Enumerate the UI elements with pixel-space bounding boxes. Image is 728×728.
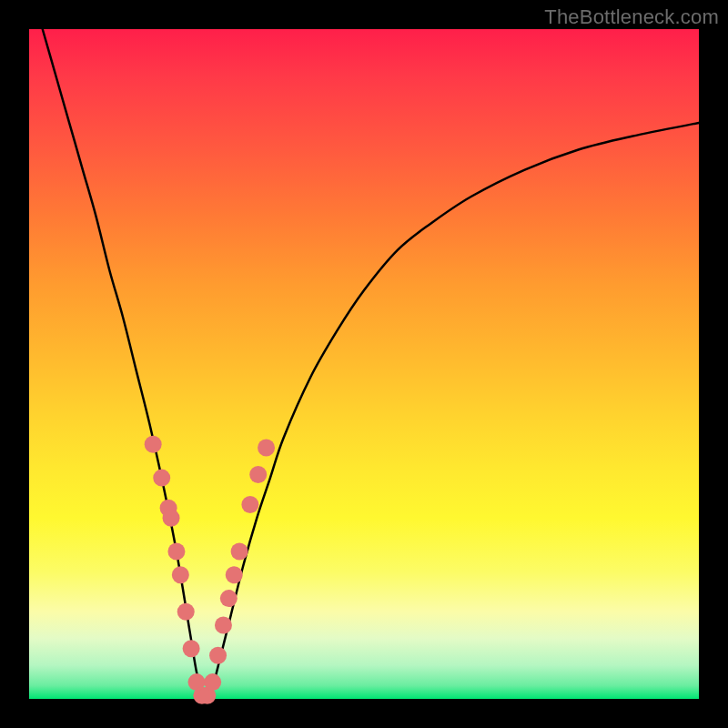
plot-area	[29, 29, 699, 699]
marker-dot	[172, 566, 189, 583]
marker-dot	[209, 647, 227, 664]
marker-dot	[220, 590, 238, 607]
marker-dot	[167, 543, 185, 561]
marker-dot	[183, 640, 200, 657]
marker-dot	[258, 440, 275, 457]
marker-dot	[231, 543, 248, 561]
bottleneck-curve	[43, 29, 699, 703]
marker-dot	[204, 673, 221, 691]
marker-dot	[163, 510, 180, 527]
marker-dot	[241, 496, 258, 513]
highlight-dots	[145, 436, 275, 704]
marker-dot	[215, 617, 232, 634]
marker-dot	[249, 466, 267, 483]
chart-svg	[29, 29, 699, 699]
marker-dot	[145, 436, 162, 453]
watermark-text: TheBottleneck.com	[544, 5, 719, 29]
marker-dot	[226, 566, 243, 583]
marker-dot	[153, 470, 170, 487]
chart-frame: TheBottleneck.com	[0, 0, 728, 728]
marker-dot	[177, 603, 195, 621]
